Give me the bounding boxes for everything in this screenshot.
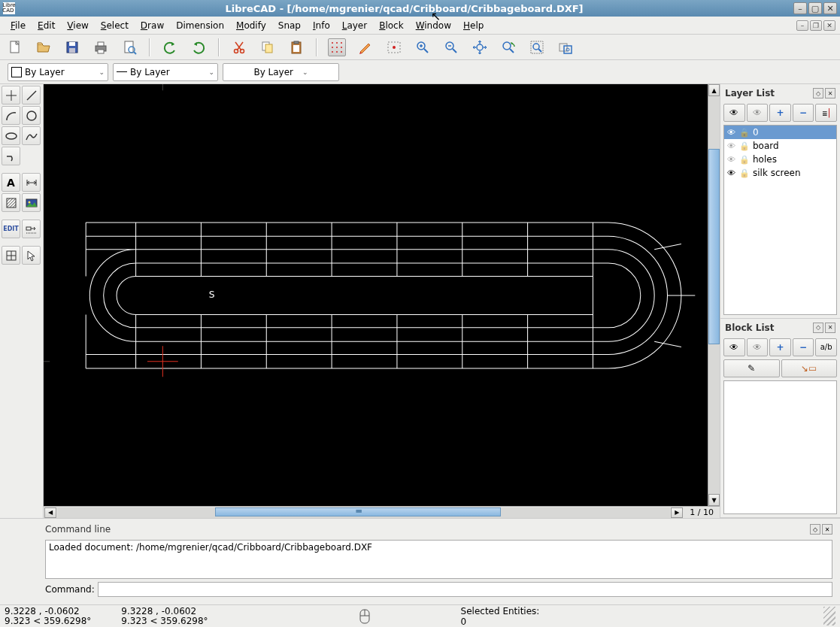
eye-icon[interactable]: 👁 [726, 128, 736, 138]
menu-edit[interactable]: Edit [32, 19, 61, 32]
tool-polyline[interactable] [2, 147, 20, 165]
vertical-scrollbar[interactable]: ▲ ▼ [708, 84, 720, 506]
new-button[interactable] [6, 38, 24, 56]
layer-edit-button[interactable]: ≣| [815, 104, 837, 122]
panel-float-icon[interactable]: ◇ [813, 323, 823, 333]
menu-window[interactable]: Window [410, 19, 457, 32]
eye-icon[interactable]: 👁 [726, 168, 736, 178]
linetype-selector[interactable]: By Layer⌄ [223, 63, 339, 81]
zoom-auto-button[interactable] [471, 38, 489, 56]
tool-modify[interactable]: EDIT [2, 220, 20, 238]
horizontal-scrollbar[interactable]: ◀ ▶ 1 / 10 [44, 506, 720, 518]
command-log[interactable]: Loaded document: /home/mgrenier/qcad/Cri… [45, 540, 832, 579]
tool-dimension[interactable] [22, 173, 41, 192]
scroll-up-button[interactable]: ▲ [708, 84, 720, 96]
tool-info[interactable] [22, 220, 41, 238]
tool-arc[interactable] [2, 106, 20, 125]
menu-help[interactable]: Help [457, 19, 490, 32]
layer-row[interactable]: 👁🔒holes [724, 153, 836, 166]
lock-icon[interactable]: 🔒 [739, 128, 750, 138]
open-button[interactable] [35, 38, 53, 56]
menu-dimension[interactable]: Dimension [170, 19, 230, 32]
menu-file[interactable]: File [5, 19, 32, 32]
window-close-button[interactable]: ✕ [823, 2, 837, 14]
print-preview-button[interactable] [120, 38, 138, 56]
resize-grip[interactable] [823, 607, 835, 625]
panel-float-icon[interactable]: ◇ [810, 524, 820, 535]
tool-select[interactable] [22, 246, 41, 265]
save-button[interactable] [63, 38, 81, 56]
layer-row[interactable]: 👁🔒silk screen [724, 166, 836, 180]
block-hide-all-button[interactable]: 👁 [747, 338, 769, 356]
drawing-canvas[interactable]: S ▲ ▼ [44, 84, 720, 506]
window-minimize-button[interactable]: – [793, 2, 807, 14]
block-list[interactable] [723, 380, 837, 514]
undo-button[interactable] [161, 38, 179, 56]
tool-point[interactable] [2, 86, 20, 104]
block-edit-button[interactable]: ✎ [723, 359, 780, 377]
toggle-draft-button[interactable] [356, 38, 375, 56]
redo-button[interactable] [190, 38, 208, 56]
zoom-pan-button[interactable] [556, 38, 575, 56]
hscroll-track[interactable] [57, 507, 670, 518]
menu-snap[interactable]: Snap [272, 19, 307, 32]
layer-row[interactable]: 👁🔒board [724, 139, 836, 153]
panel-close-icon[interactable]: ✕ [825, 323, 835, 333]
block-remove-button[interactable]: − [793, 338, 814, 356]
menu-block[interactable]: Block [373, 19, 409, 32]
tool-circle[interactable] [22, 106, 41, 125]
scroll-down-button[interactable]: ▼ [708, 494, 720, 506]
panel-float-icon[interactable]: ◇ [813, 88, 823, 98]
lineweight-selector[interactable]: By Layer⌄ [113, 63, 218, 81]
copy-button[interactable] [259, 38, 277, 56]
vscroll-track[interactable] [708, 96, 720, 494]
zoom-out-button[interactable] [442, 38, 460, 56]
layer-add-button[interactable]: + [769, 104, 791, 122]
paste-button[interactable] [287, 38, 305, 56]
zoom-window-button[interactable] [528, 38, 546, 56]
mdi-minimize-button[interactable]: – [796, 20, 808, 31]
eye-icon[interactable]: 👁 [726, 141, 736, 151]
window-maximize-button[interactable]: ▢ [808, 2, 822, 14]
block-insert-button[interactable]: ↘▭ [781, 359, 838, 377]
cut-button[interactable] [230, 38, 248, 56]
zoom-previous-button[interactable] [499, 38, 517, 56]
tool-image[interactable] [22, 193, 41, 212]
scroll-left-button[interactable]: ◀ [44, 507, 56, 518]
layer-list[interactable]: 👁🔒0 👁🔒board 👁🔒holes 👁🔒silk screen [723, 125, 837, 315]
hscroll-thumb[interactable] [215, 507, 501, 516]
print-button[interactable] [92, 38, 110, 56]
mdi-restore-button[interactable]: ❐ [810, 20, 822, 31]
tool-hatch[interactable] [2, 193, 20, 212]
tool-spline[interactable] [22, 126, 41, 145]
menu-view[interactable]: View [61, 19, 94, 32]
toggle-statusbar-button[interactable] [385, 38, 403, 56]
mdi-close-button[interactable]: ✕ [823, 20, 835, 31]
menu-modify[interactable]: Modify [230, 19, 272, 32]
menu-draw[interactable]: Draw [135, 19, 170, 32]
lock-icon[interactable]: 🔒 [739, 155, 750, 165]
layer-remove-button[interactable]: − [793, 104, 814, 122]
lock-icon[interactable]: 🔒 [739, 168, 750, 178]
lock-icon[interactable]: 🔒 [739, 141, 750, 151]
block-add-button[interactable]: + [769, 338, 791, 356]
vscroll-thumb[interactable] [708, 149, 720, 344]
panel-close-icon[interactable]: ✕ [825, 88, 835, 98]
menu-select[interactable]: Select [95, 19, 135, 32]
toggle-grid-button[interactable] [328, 38, 346, 56]
layer-hide-all-button[interactable]: 👁 [747, 104, 769, 122]
menu-layer[interactable]: Layer [336, 19, 373, 32]
block-show-all-button[interactable]: 👁 [723, 338, 745, 356]
command-input[interactable] [98, 582, 832, 597]
menu-info[interactable]: Info [307, 19, 336, 32]
tool-text[interactable]: A [2, 173, 20, 192]
eye-icon[interactable]: 👁 [726, 155, 736, 165]
block-rename-button[interactable]: a/b [815, 338, 837, 356]
tool-line[interactable] [22, 86, 41, 104]
color-selector[interactable]: By Layer⌄ [8, 63, 108, 81]
tool-block[interactable] [2, 246, 20, 265]
layer-row[interactable]: 👁🔒0 [724, 126, 836, 139]
tool-ellipse[interactable] [2, 126, 20, 145]
panel-close-icon[interactable]: ✕ [822, 524, 832, 535]
layer-show-all-button[interactable]: 👁 [723, 104, 745, 122]
